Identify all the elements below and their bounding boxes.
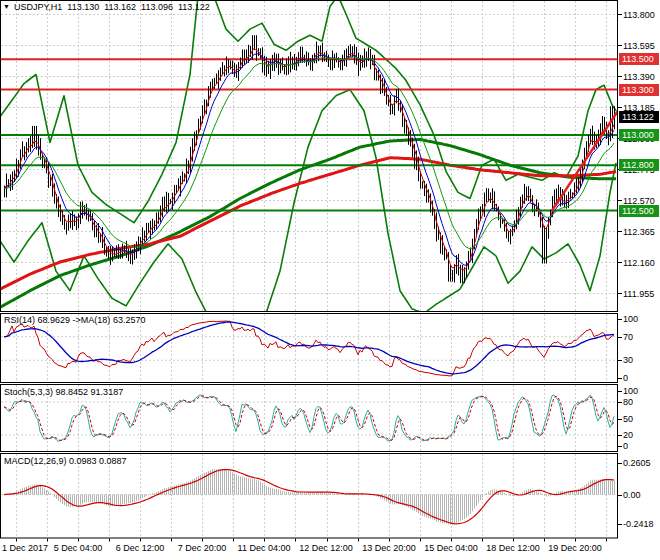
price-axis-label: 113.595 bbox=[623, 41, 655, 51]
date-axis-label: 11 Dec 04:00 bbox=[238, 543, 291, 553]
chart-canvas bbox=[0, 0, 660, 560]
main-panel-area bbox=[0, 0, 618, 332]
macd-axis-label: 0.2605 bbox=[623, 458, 651, 468]
stoch-signal-value: 91.3187 bbox=[91, 387, 124, 397]
price-axis-tick bbox=[618, 200, 622, 201]
date-axis-label: 18 Dec 12:00 bbox=[486, 543, 540, 553]
stoch-axis-tick bbox=[618, 435, 622, 436]
ma-fast bbox=[4, 54, 614, 265]
stoch-axis-tick bbox=[618, 419, 622, 420]
stoch-signal-line bbox=[4, 396, 614, 441]
macd-name: MACD(12,26,9) bbox=[4, 456, 67, 466]
chart-window: ▼USDJPY,H1113.130113.162113.096113.122 R… bbox=[0, 0, 660, 560]
quote-open: 113.130 bbox=[67, 2, 99, 12]
quote-close: 113.122 bbox=[178, 2, 210, 12]
rsi-axis-tick bbox=[618, 360, 622, 361]
rsi-panel-label: RSI(14) 68.9629 ->MA(18) 63.2570 bbox=[4, 315, 145, 325]
stoch-axis-label: 0 bbox=[623, 441, 628, 451]
macd-axis-tick bbox=[618, 495, 622, 496]
mac-panel-area bbox=[1, 454, 617, 537]
stoch-value: 98.8452 bbox=[56, 387, 89, 397]
rsi-axis-tick bbox=[618, 378, 622, 379]
ma-fast bbox=[4, 57, 614, 249]
date-axis-label: 7 Dec 20:00 bbox=[178, 543, 227, 553]
level-badge-113.300: 113.300 bbox=[619, 84, 659, 96]
stoch-name: Stoch(5,3,3) bbox=[4, 387, 53, 397]
price-axis-tick bbox=[618, 45, 622, 46]
rsi-axis-label: 0 bbox=[623, 373, 628, 383]
rsi-axis-label: 100 bbox=[623, 314, 638, 324]
stoch-axis-label: 50 bbox=[623, 414, 633, 424]
rsi-ma-value: 63.2570 bbox=[113, 315, 146, 325]
macd-signal-value: 0.0887 bbox=[99, 456, 127, 466]
date-axis-label: 19 Dec 20:00 bbox=[548, 543, 602, 553]
price-axis-tick bbox=[618, 231, 622, 232]
macd-axis-label: -0.2418 bbox=[623, 519, 654, 529]
price-axis-label: 112.160 bbox=[623, 258, 655, 268]
price-axis-label: 113.800 bbox=[623, 10, 655, 20]
rsi-ma-name: ->MA(18) bbox=[73, 315, 111, 325]
level-badge-113.000: 113.000 bbox=[619, 129, 659, 141]
date-axis-label: 1 Dec 2017 bbox=[2, 543, 48, 553]
stoch-axis-label: 100 bbox=[623, 386, 638, 396]
rsi-axis-label: 70 bbox=[623, 332, 633, 342]
price-axis-label: 113.390 bbox=[623, 72, 655, 82]
symbol-dropdown-icon[interactable]: ▼ bbox=[3, 3, 10, 10]
date-axis-label: 12 Dec 12:00 bbox=[299, 543, 353, 553]
quote-low: 113.096 bbox=[141, 2, 173, 12]
rsi-value: 68.9629 bbox=[38, 315, 71, 325]
symbol-period-label: USDJPY,H1 bbox=[14, 2, 62, 12]
stoch-axis-tick bbox=[618, 446, 622, 447]
date-axis-label: 13 Dec 20:00 bbox=[362, 543, 416, 553]
rsi-axis-tick bbox=[618, 319, 622, 320]
macd-signal-line bbox=[4, 470, 614, 524]
date-axis-label: 15 Dec 04:00 bbox=[424, 543, 478, 553]
rsi-line bbox=[4, 321, 614, 376]
macd-axis-tick bbox=[618, 524, 622, 525]
price-axis-label: 112.365 bbox=[623, 227, 655, 237]
chart-title: ▼USDJPY,H1113.130113.162113.096113.122 bbox=[3, 2, 215, 12]
macd-axis-label: 0.00 bbox=[623, 490, 641, 500]
level-badge-112.800: 112.800 bbox=[619, 159, 659, 171]
rsi-axis-label: 30 bbox=[623, 355, 633, 365]
price-axis-tick bbox=[618, 76, 622, 77]
rsi-axis-tick bbox=[618, 337, 622, 338]
mac-panel-frame bbox=[1, 454, 618, 539]
stoch-axis-tick bbox=[618, 391, 622, 392]
quote-high: 113.162 bbox=[104, 2, 136, 12]
stoch-panel-label: Stoch(5,3,3) 98.8452 91.3187 bbox=[4, 387, 123, 397]
rsi-name: RSI(14) bbox=[4, 315, 35, 325]
band-upper bbox=[0, 0, 616, 223]
macd-axis-tick bbox=[618, 463, 622, 464]
macd-value: 0.0983 bbox=[69, 456, 97, 466]
price-axis-label: 111.955 bbox=[623, 289, 654, 299]
macd-panel-label: MACD(12,26,9) 0.0983 0.0887 bbox=[4, 456, 127, 466]
ma-fast bbox=[4, 48, 614, 270]
price-axis-tick bbox=[618, 293, 622, 294]
level-badge-112.500: 112.500 bbox=[619, 205, 659, 217]
price-axis-tick bbox=[618, 14, 622, 15]
stoch-axis-label: 80 bbox=[623, 397, 633, 407]
price-axis-tick bbox=[618, 107, 622, 108]
stoch-axis-label: 20 bbox=[623, 430, 633, 440]
stoch-axis-tick bbox=[618, 402, 622, 403]
level-badge-113.500: 113.500 bbox=[619, 53, 659, 65]
date-axis-label: 6 Dec 12:00 bbox=[116, 543, 165, 553]
date-axis-label: 5 Dec 04:00 bbox=[54, 543, 103, 553]
price-axis-tick bbox=[618, 262, 622, 263]
current-price-badge: 113.122 bbox=[619, 111, 659, 123]
